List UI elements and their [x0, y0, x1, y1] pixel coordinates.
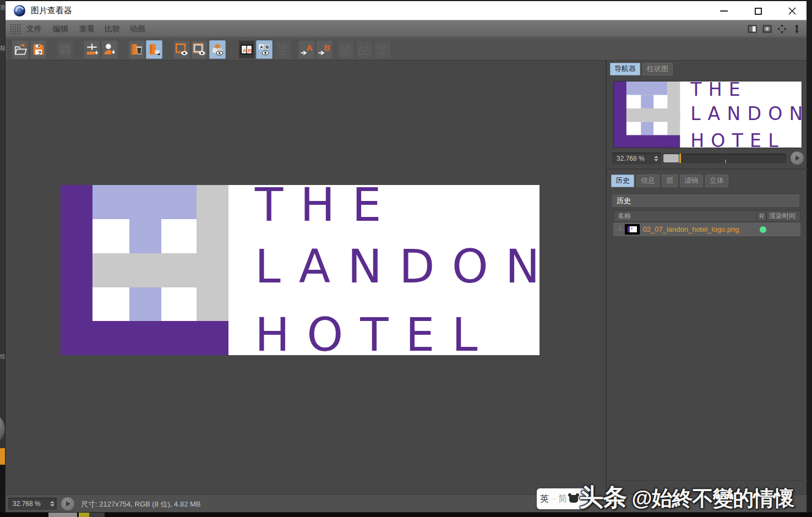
orange-block-sliver [0, 448, 6, 465]
tab-filter[interactable]: 滤镜 [680, 175, 703, 187]
set-as-b-button[interactable]: B [316, 40, 333, 59]
logo-block [626, 81, 668, 95]
toolbar: ? 12 [6, 37, 806, 61]
column-name[interactable]: 名称 [613, 211, 756, 221]
statusbar-zoom-field[interactable]: 32.768 % [8, 498, 57, 510]
tab-stereo[interactable]: 立体 [705, 175, 728, 187]
show-channels-button[interactable] [209, 40, 226, 59]
move-panel-icon[interactable] [776, 23, 787, 34]
show-frame-a-button[interactable] [173, 40, 190, 59]
statusbar-play-button[interactable] [61, 497, 74, 510]
clipped-text-fragment: 造 [0, 3, 6, 12]
column-render-time[interactable]: 渲染时间 [766, 211, 800, 221]
user-export-button[interactable] [101, 40, 118, 59]
logo-text-the: THE [255, 182, 399, 228]
side-panel: 导航器 柱状图 THE LANDON HOTEL 32.7 [606, 61, 806, 494]
show-frame-b-button[interactable] [191, 40, 208, 59]
ime-logo-icon [569, 495, 578, 503]
compare-ab-off-button[interactable]: AB [274, 40, 291, 59]
svg-text:A: A [306, 43, 312, 52]
logo-block [129, 287, 161, 321]
image-manager-button[interactable] [146, 40, 162, 59]
menu-anim[interactable]: 动画 [130, 24, 145, 34]
arrow-b-icon: B [317, 42, 331, 57]
navigator-play-button[interactable] [791, 151, 804, 165]
delete-image-button[interactable] [128, 40, 145, 59]
compare-ab-split-button[interactable]: A B [238, 40, 255, 59]
detail-tab-bar: 历史 信息 层 滤镜 立体 [611, 175, 728, 187]
minimize-button[interactable] [715, 4, 733, 18]
render-status-dot [760, 226, 766, 233]
image-canvas[interactable]: THE LANDON HOTEL [6, 61, 606, 494]
frame-eye-gray-icon [192, 42, 206, 57]
logo-text-hotel: HOTEL [255, 312, 494, 358]
clipped-text-fragment: 核 [0, 44, 6, 52]
play-icon [795, 155, 800, 161]
open-image-button[interactable] [12, 40, 29, 59]
save-image-button[interactable]: ? [30, 40, 47, 59]
frame-eye-orange-icon [175, 42, 189, 57]
thumb-block [628, 226, 630, 232]
swap-ab-button[interactable]: A|B [337, 40, 354, 59]
screen: 造 核 绘 图片查看器 文件 编辑 查看 [0, 0, 812, 517]
navigator-preview[interactable]: THE LANDON HOTEL [613, 81, 802, 148]
svg-text:C|D: C|D [377, 50, 386, 56]
close-button[interactable] [783, 4, 802, 18]
svg-text:B: B [248, 47, 252, 53]
link-ab-button[interactable]: A B [356, 40, 373, 59]
clear-ab-button[interactable]: AB C|D [374, 40, 391, 59]
split-layout-icon[interactable] [746, 23, 757, 34]
column-r[interactable]: R [756, 213, 766, 220]
new-panel-icon[interactable] [761, 23, 772, 34]
minimize-icon [720, 10, 728, 12]
compare-ab-view-button[interactable]: A B [256, 40, 273, 59]
logo-text-hotel: HOTEL [690, 132, 785, 148]
svg-text:AB: AB [377, 43, 386, 50]
ime-mode-cn[interactable]: 简 [558, 493, 567, 505]
menu-edit[interactable]: 编辑 [53, 24, 68, 34]
zoom-stepper-icon[interactable] [50, 501, 55, 507]
ime-dots: ·· [551, 496, 556, 502]
dark-block-sliver [0, 465, 6, 517]
navigator-zoom-field[interactable]: 32.768 % [612, 153, 661, 164]
logo-block [92, 185, 197, 219]
watermark-brand: 头条 [579, 483, 626, 510]
slider-marker[interactable] [679, 154, 681, 163]
tab-histogram[interactable]: 柱状图 [642, 63, 673, 75]
menu-view[interactable]: 查看 [79, 24, 95, 34]
landon-hotel-logo-thumbnail: THE LANDON HOTEL [614, 81, 802, 148]
maximize-button[interactable] [749, 4, 767, 18]
render-settings-button[interactable]: 12 [57, 40, 73, 59]
layout-position-button[interactable] [84, 40, 100, 59]
book-list-icon [147, 42, 161, 57]
play-icon [66, 501, 70, 507]
background-right-strip [806, 0, 812, 517]
menu-compare[interactable]: 比较 [105, 24, 120, 34]
close-icon [788, 7, 797, 15]
ab-eye-icon: A B [257, 42, 271, 57]
ab-link-disabled-icon: A B [357, 42, 372, 57]
menu-file[interactable]: 文件 [26, 24, 42, 34]
history-row[interactable]: └ 02_07_landon_hotel_logo.png [613, 222, 800, 236]
tab-history[interactable]: 历史 [611, 175, 634, 187]
logo-text-landon: LANDON [690, 105, 802, 123]
logo-block [129, 219, 161, 253]
thumb-block [631, 227, 633, 230]
set-as-a-button[interactable]: A [298, 40, 315, 59]
tab-info[interactable]: 信息 [636, 175, 660, 187]
taskbar-item [89, 512, 105, 517]
navigator-zoom-slider[interactable] [663, 154, 786, 163]
folder-open-icon [13, 42, 28, 57]
zoom-stepper-icon[interactable] [654, 156, 658, 161]
panel-bottom-divider [607, 480, 808, 481]
tab-layers[interactable]: 层 [662, 175, 678, 187]
drag-grip-icon[interactable] [10, 24, 21, 34]
tab-navigator[interactable]: 导航器 [610, 63, 640, 75]
scale-panel-icon[interactable] [791, 23, 802, 34]
svg-text:A: A [243, 47, 247, 53]
history-table-header: 名称 R 渲染时间 [613, 210, 800, 222]
svg-text:A|B: A|B [341, 44, 351, 51]
ime-mode-en[interactable]: 英 [540, 493, 549, 505]
landon-hotel-logo-image: THE LANDON HOTEL [61, 185, 539, 355]
menu-bar: 文件 编辑 查看 比较 动画 [6, 20, 806, 37]
